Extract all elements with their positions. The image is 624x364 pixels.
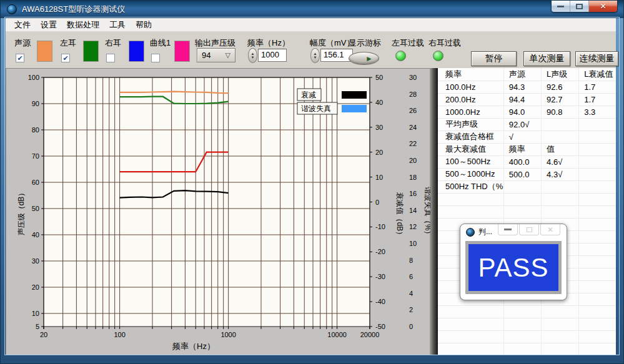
svg-text:40: 40	[32, 231, 39, 239]
svg-text:频率（Hz）: 频率（Hz）	[172, 342, 215, 351]
maximize-button[interactable]	[570, 1, 589, 12]
right-ear-overload-led	[433, 51, 443, 61]
menu-data-processing[interactable]: 数据处理	[62, 18, 104, 32]
curve1-checkbox[interactable]	[151, 54, 160, 62]
table-row: 衰减值合格框√	[438, 130, 616, 143]
table-row	[438, 305, 616, 318]
minimize-icon	[557, 6, 564, 7]
results-table: 频率声源L声级L衰减值100.0Hz94.392.61.7200.0Hz94.4…	[438, 68, 616, 355]
svg-text:24: 24	[409, 124, 417, 131]
svg-text:1000: 1000	[220, 331, 235, 338]
svg-text:10000: 10000	[327, 331, 347, 338]
svg-text:衰减值（dB）: 衰减值（dB）	[395, 192, 404, 239]
single-measure-button[interactable]: 单次测量	[523, 51, 570, 66]
source-channel-label: 声源	[14, 37, 31, 49]
svg-text:50: 50	[375, 74, 383, 81]
svg-text:16: 16	[409, 190, 417, 197]
show-cursor-toggle[interactable]: ►	[349, 52, 379, 65]
svg-text:20000: 20000	[360, 331, 380, 338]
maximize-icon	[527, 227, 532, 232]
svg-text:衰减: 衰减	[301, 91, 316, 99]
judgement-result-frame: PASS	[465, 241, 562, 294]
svg-text:-50: -50	[375, 323, 385, 330]
spinner-down-icon: ▼	[251, 56, 255, 59]
svg-text:30: 30	[375, 124, 383, 131]
svg-text:100: 100	[28, 74, 39, 81]
curve1-color-swatch	[174, 41, 190, 62]
svg-text:-10: -10	[375, 223, 385, 230]
source-color-swatch	[37, 41, 52, 62]
svg-text:-30: -30	[375, 273, 385, 280]
judgement-maximize-button[interactable]	[519, 224, 539, 235]
table-row	[438, 318, 616, 330]
menu-file[interactable]: 文件	[9, 18, 36, 32]
judgement-dialog-title: 判...	[478, 227, 492, 237]
judgement-result-box: PASS	[468, 244, 558, 291]
show-cursor-label: 显示游标	[349, 37, 381, 49]
maximize-icon	[576, 4, 583, 9]
svg-text:10: 10	[409, 240, 417, 247]
curve1-label: 曲线1	[150, 37, 171, 49]
right-ear-checkbox[interactable]	[106, 54, 115, 62]
judgement-minimize-button[interactable]	[498, 224, 518, 235]
menu-help[interactable]: 帮助	[131, 18, 157, 32]
judgement-dialog: 判... ✕ PASS	[460, 224, 567, 300]
svg-text:28: 28	[409, 91, 417, 98]
right-ear-color-swatch	[129, 41, 144, 62]
close-icon: ✕	[600, 2, 606, 11]
output-level-label: 输出声压级	[195, 37, 235, 49]
svg-text:12: 12	[409, 223, 417, 230]
cursor-arrow-icon: ►	[365, 55, 373, 62]
svg-text:2: 2	[409, 306, 413, 313]
right-ear-overload-label: 右耳过载	[428, 37, 461, 49]
toolbar: 声源 ✔ 左耳 ✔ 右耳 曲线1 输出声压级 94 ▽ 频率（Hz） ▲ ▼ 1…	[6, 32, 616, 68]
svg-text:30: 30	[409, 74, 417, 81]
svg-text:8: 8	[409, 257, 413, 264]
svg-text:0: 0	[375, 199, 379, 206]
svg-text:10: 10	[375, 174, 383, 181]
svg-text:20: 20	[32, 283, 39, 291]
svg-text:30: 30	[32, 257, 39, 265]
svg-text:26: 26	[409, 107, 417, 114]
left-ear-checkbox[interactable]: ✔	[61, 54, 70, 62]
table-row: 最大衰减值频率值	[438, 143, 616, 155]
spl-frequency-chart[interactable]: 1009080706050403020105201001000100002000…	[6, 69, 431, 356]
table-row: 平均声级92.0√	[438, 118, 616, 130]
judgement-close-button[interactable]: ✕	[540, 224, 560, 235]
minimize-button[interactable]	[552, 1, 570, 12]
amplitude-stepper[interactable]: ▲ ▼	[310, 48, 320, 63]
left-ear-color-swatch	[83, 41, 99, 62]
svg-text:声压级（dB）: 声压级（dB）	[17, 189, 26, 236]
source-channel-checkbox[interactable]: ✔	[16, 54, 24, 62]
close-button[interactable]: ✕	[589, 1, 617, 12]
svg-text:0: 0	[409, 323, 413, 330]
chart-panel: 1009080706050403020105201001000100002000…	[6, 68, 430, 355]
left-ear-overload-label: 左耳过载	[392, 37, 424, 49]
svg-text:22: 22	[409, 140, 417, 147]
judgement-dialog-buttons: ✕	[497, 224, 560, 235]
panel-divider	[430, 68, 438, 355]
svg-text:100: 100	[114, 331, 125, 338]
window-title: AWA6128ST型听诊器测试仪	[22, 4, 125, 15]
menu-tools[interactable]: 工具	[104, 18, 131, 32]
table-row: 200.0Hz94.492.71.7	[438, 93, 616, 106]
table-row	[438, 205, 616, 218]
table-row: 100～500Hz400.04.6√	[438, 155, 616, 168]
svg-text:60: 60	[32, 179, 39, 186]
svg-text:70: 70	[32, 152, 39, 160]
svg-text:谐波失真: 谐波失真	[301, 104, 331, 113]
app-icon	[7, 4, 17, 14]
dropdown-arrow-icon: ▽	[225, 51, 230, 59]
menu-settings[interactable]: 设置	[36, 18, 62, 32]
table-row	[438, 343, 616, 355]
output-level-select[interactable]: 94 ▽	[197, 48, 235, 62]
main-area: 1009080706050403020105201001000100002000…	[6, 68, 616, 355]
continuous-measure-button[interactable]: 连续测量	[575, 51, 618, 66]
frequency-stepper[interactable]: ▲ ▼	[248, 48, 257, 63]
amplitude-input[interactable]: 156.1	[320, 49, 353, 62]
svg-text:50: 50	[32, 205, 39, 212]
table-row: 500～1000Hz500.04.3√	[438, 168, 616, 180]
judgement-dialog-titlebar: 判... ✕	[460, 224, 567, 240]
pause-button[interactable]: 暂停	[471, 51, 517, 66]
frequency-input[interactable]: 1000	[258, 49, 287, 62]
